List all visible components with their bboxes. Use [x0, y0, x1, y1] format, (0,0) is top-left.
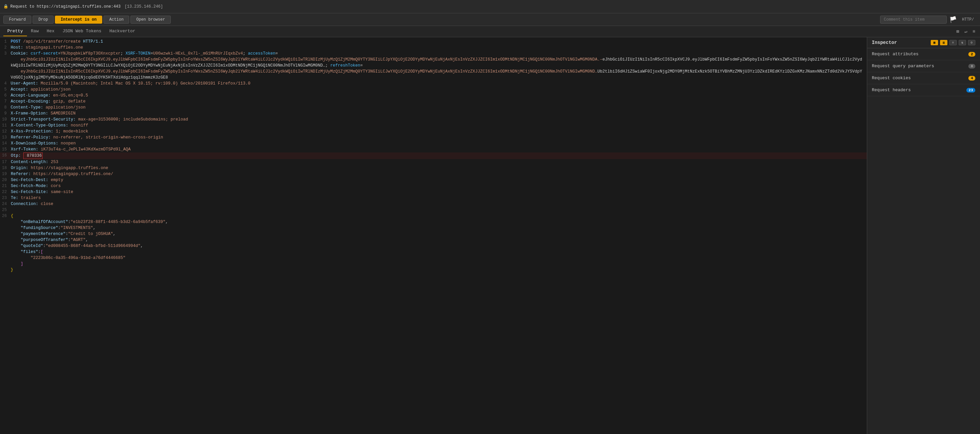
wrap-icon[interactable]: ↵ [963, 28, 968, 35]
tab-raw[interactable]: Raw [27, 27, 43, 36]
request-attributes-label: Request attributes [872, 52, 918, 57]
table-row: "fundingSource":"INVESTMENTS", [0, 225, 867, 231]
table-row: "purposeOfTransfer":"AGRT", [0, 237, 867, 243]
table-row: 19 Referer: https://stagingapp.truffles.… [0, 171, 867, 177]
table-row: "onBehalfOfAccount":"e1b23f28-88f1-4485-… [0, 219, 867, 225]
table-row: } [0, 267, 867, 273]
tab-pretty[interactable]: Pretty [3, 27, 27, 36]
table-row: 22 Sec-Fetch-Site: same-site [0, 189, 867, 195]
table-row: "2223b86c-0a35-496a-91bd-a76df4446685" [0, 255, 867, 261]
request-attributes-badge: 2 [968, 52, 975, 57]
lock-icon: 🔒 [3, 4, 8, 9]
drop-button[interactable]: Drop [33, 16, 54, 24]
request-cookies-label: Request cookies [872, 76, 911, 81]
table-row: 23 Te: trailers [0, 195, 867, 201]
table-row: "paymentReference":"Credit to jOSHUA", [0, 231, 867, 237]
table-row: 3 Cookie: csrf-secret=YNJbpqbkLWf8pT3OXn… [0, 51, 867, 81]
table-row: "quoteId":"ed008455-868f-44ab-bfbd-511d9… [0, 243, 867, 249]
inspector-request-cookies[interactable]: Request cookies 4 [867, 72, 980, 84]
table-row: ] [0, 261, 867, 267]
format-icon[interactable]: ⊞ [955, 28, 960, 35]
table-row: 24 Connection: close [0, 201, 867, 207]
table-row: 7 Accept-Encoding: gzip, deflate [0, 99, 867, 105]
tab-hackvertor[interactable]: Hackvertor [105, 27, 140, 36]
table-row: 15 Xsrf-Token: iK73uT4a-c_JePLIw43KdXwzm… [0, 146, 867, 153]
tab-hex[interactable]: Hex [43, 27, 58, 36]
open-browser-button[interactable]: Open browser [130, 16, 170, 24]
table-row: 21 Sec-Fetch-Mode: cors [0, 183, 867, 189]
request-cookies-badge: 4 [968, 76, 975, 81]
table-row: 16 Otp: 870336 [0, 153, 867, 159]
request-query-label: Request query parameters [872, 64, 934, 68]
table-row: 13 Referrer-Policy: no-referrer, strict-… [0, 135, 867, 140]
table-row: "files":[ [0, 249, 867, 255]
url-bar: 🔒 Request to https://stagingapi.truffles… [0, 0, 980, 13]
forward-button[interactable]: Forward [3, 16, 31, 24]
tab-json-web-tokens[interactable]: JSON Web Tokens [59, 27, 105, 36]
request-headers-label: Request headers [872, 87, 911, 92]
table-row: 6 Accept-Language: en-US,en;q=0.5 [0, 92, 867, 99]
table-row: 10 Strict-Transport-Security: max-age=31… [0, 116, 867, 122]
main-layout: 1 POST /api/v1/transfer/create HTTP/1.1 … [0, 37, 980, 434]
table-row: 5 Accept: application/json [0, 87, 867, 92]
table-row: 20 Sec-Fetch-Dest: empty [0, 177, 867, 183]
table-row: 8 Content-Type: application/json [0, 105, 867, 110]
toolbar-right: 🏳️ HTTP/ [880, 16, 977, 24]
table-row: 4 User-Agent: Mozilla/5.0 (Macintosh; In… [0, 81, 867, 87]
inspector-request-attributes[interactable]: Request attributes 2 [867, 48, 980, 60]
code-panel[interactable]: 1 POST /api/v1/transfer/create HTTP/1.1 … [0, 37, 867, 434]
otp-highlight: 870336 [23, 153, 43, 159]
toolbar: Forward Drop Intercept is on Action Open… [0, 13, 980, 26]
code-content: 1 POST /api/v1/transfer/create HTTP/1.1 … [0, 37, 867, 274]
table-row: 18 Origin: https://stagingapp.truffles.o… [0, 165, 867, 171]
tabs-row: Pretty Raw Hex JSON Web Tokens Hackverto… [0, 26, 980, 37]
request-headers-badge: 23 [966, 88, 975, 92]
inspector-title-icons: ▦ ▥ ≡ ⇅ ⚙ [931, 40, 975, 45]
request-url: Request to https://stagingapi.truffles.o… [10, 4, 121, 9]
table-row: 25 [0, 207, 867, 213]
flag-icon: 🏳️ [950, 16, 957, 23]
table-row: 14 X-Download-Options: noopen [0, 140, 867, 146]
inspector-title: Inspector ▦ ▥ ≡ ⇅ ⚙ [867, 37, 980, 48]
intercept-button[interactable]: Intercept is on [55, 16, 102, 24]
http-badge: HTTP/ [959, 16, 977, 23]
action-button[interactable]: Action [103, 16, 129, 24]
menu-icon[interactable]: ≡ [971, 28, 977, 35]
table-row: 9 X-Frame-Option: SAMEORIGIN [0, 110, 867, 116]
inspector-request-headers[interactable]: Request headers 23 [867, 84, 980, 96]
table-row: 2 Host: stagingapi.truffles.one [0, 45, 867, 51]
request-query-badge: 0 [968, 64, 975, 68]
request-ip: [13.235.146.246] [124, 4, 163, 9]
table-row: 1 POST /api/v1/transfer/create HTTP/1.1 [0, 39, 867, 45]
table-row: 11 X-Content-Type-Options: nosniff [0, 122, 867, 129]
inspector-request-query[interactable]: Request query parameters 0 [867, 60, 980, 72]
inspector-view-icon-1[interactable]: ▦ [931, 40, 938, 45]
inspector-panel: Inspector ▦ ▥ ≡ ⇅ ⚙ Request attributes 2… [867, 37, 980, 434]
inspector-view-icon-2[interactable]: ▥ [940, 40, 947, 45]
tab-icons: ⊞ ↵ ≡ [955, 28, 977, 35]
table-row: 12 X-Xss-Protection: 1; mode=block [0, 129, 867, 135]
inspector-sort-icon[interactable]: ⇅ [959, 40, 966, 45]
inspector-view-icon-3[interactable]: ≡ [950, 40, 957, 45]
table-row: 17 Content-Length: 253 [0, 159, 867, 165]
comment-input[interactable] [880, 16, 947, 24]
inspector-settings-icon[interactable]: ⚙ [968, 40, 975, 45]
inspector-title-text: Inspector [872, 40, 897, 45]
table-row: 26 { [0, 213, 867, 219]
